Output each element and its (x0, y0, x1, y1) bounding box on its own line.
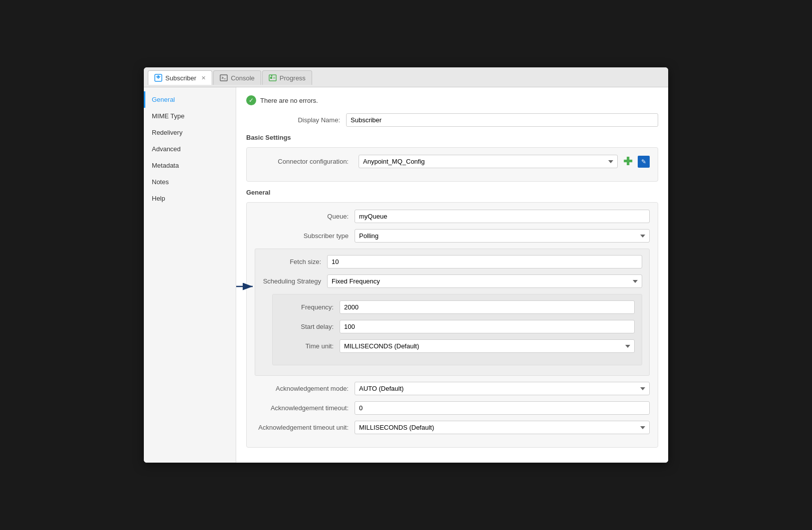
add-connector-button[interactable]: ✚ (622, 156, 634, 168)
display-name-label: Display Name: (246, 116, 346, 124)
arrow-annotation (236, 259, 260, 299)
sidebar-redelivery-label: Redelivery (152, 129, 182, 136)
status-bar: ✓ There are no errors. (246, 95, 658, 105)
time-unit-row: Time unit: MILLISECONDS (Default) SECOND… (280, 339, 635, 353)
time-unit-select[interactable]: MILLISECONDS (Default) SECONDS MINUTES (340, 339, 635, 353)
fetch-size-row: Fetch size: (262, 255, 642, 268)
sidebar-help-label: Help (152, 195, 165, 202)
subscriber-type-row: Subscriber type Polling Push (255, 229, 650, 243)
start-delay-label: Start delay: (280, 323, 340, 330)
sidebar-item-mime-type[interactable]: MIME Type (144, 108, 236, 124)
svg-point-7 (271, 75, 272, 77)
queue-input[interactable] (355, 210, 650, 223)
svg-rect-6 (273, 77, 275, 79)
sidebar: General MIME Type Redelivery Advanced Me… (144, 87, 236, 463)
main-content: General MIME Type Redelivery Advanced Me… (144, 87, 668, 463)
sidebar-advanced-label: Advanced (152, 145, 181, 153)
queue-row: Queue: (255, 210, 650, 223)
frequency-label: Frequency: (280, 303, 340, 311)
ack-mode-select[interactable]: AUTO (Default) MANUAL NONE (355, 382, 650, 395)
subscriber-type-label: Subscriber type (255, 232, 355, 240)
sidebar-item-notes[interactable]: Notes (144, 174, 236, 190)
tab-subscriber-close[interactable]: ✕ (201, 75, 206, 81)
display-name-row: Display Name: (246, 113, 658, 127)
general-section-title: General (246, 189, 658, 196)
app-window: Subscriber ✕ Console (144, 67, 668, 463)
sidebar-metadata-label: Metadata (152, 162, 179, 169)
frequency-row: Frequency: (280, 300, 635, 314)
status-message: There are no errors. (260, 97, 318, 104)
connector-config-row: Connector configuration: Anypoint_MQ_Con… (255, 155, 650, 168)
sidebar-notes-label: Notes (152, 178, 169, 186)
tab-console-label: Console (231, 74, 255, 82)
fetch-size-label: Fetch size: (262, 258, 327, 265)
sidebar-item-general[interactable]: General (144, 91, 236, 108)
svg-rect-5 (270, 77, 272, 79)
scheduling-strategy-select[interactable]: Fixed Frequency Cron (327, 274, 642, 288)
pencil-icon: ✎ (641, 158, 646, 165)
start-delay-row: Start delay: (280, 320, 635, 333)
form-area: ✓ There are no errors. Display Name: Bas… (236, 87, 668, 463)
connector-select-wrap: Anypoint_MQ_Config (359, 155, 618, 168)
ack-timeout-unit-row: Acknowledgement timeout unit: MILLISECON… (255, 421, 650, 434)
edit-connector-button[interactable]: ✎ (638, 156, 650, 168)
status-check-icon: ✓ (246, 95, 256, 105)
sidebar-item-advanced[interactable]: Advanced (144, 141, 236, 157)
scheduling-subsection: Fetch size: Scheduling Strategy Fixed Fr… (255, 249, 650, 376)
sidebar-item-redelivery[interactable]: Redelivery (144, 124, 236, 141)
time-unit-label: Time unit: (280, 342, 340, 350)
svg-point-1 (157, 75, 159, 77)
ack-mode-label: Acknowledgement mode: (255, 385, 355, 392)
queue-label: Queue: (255, 213, 355, 220)
sidebar-item-metadata[interactable]: Metadata (144, 157, 236, 174)
sidebar-item-help[interactable]: Help (144, 190, 236, 207)
subscriber-type-select[interactable]: Polling Push (355, 229, 650, 243)
console-tab-icon (220, 74, 228, 82)
tab-bar: Subscriber ✕ Console (144, 67, 668, 87)
ack-timeout-unit-label: Acknowledgement timeout unit: (255, 424, 355, 431)
tab-progress[interactable]: Progress (262, 70, 312, 85)
basic-settings-box: Connector configuration: Anypoint_MQ_Con… (246, 147, 658, 182)
frequency-subsection: Frequency: Start delay: Time unit: MILLI… (272, 294, 642, 365)
start-delay-input[interactable] (340, 320, 635, 333)
basic-settings-title: Basic Settings (246, 134, 658, 141)
tab-subscriber-label: Subscriber (165, 74, 196, 82)
display-name-input[interactable] (346, 113, 658, 127)
scheduling-strategy-label: Scheduling Strategy (262, 277, 327, 285)
ack-timeout-unit-select[interactable]: MILLISECONDS (Default) SECONDS MINUTES (355, 421, 650, 434)
connector-config-select[interactable]: Anypoint_MQ_Config (359, 155, 618, 168)
subscriber-tab-icon (154, 74, 162, 82)
plus-icon: ✚ (623, 156, 632, 167)
ack-timeout-row: Acknowledgement timeout: (255, 401, 650, 415)
progress-tab-icon (269, 74, 277, 82)
ack-timeout-input[interactable] (355, 401, 650, 415)
scheduling-strategy-row: Scheduling Strategy Fixed Frequency Cron (262, 274, 642, 288)
sidebar-mime-type-label: MIME Type (152, 112, 185, 120)
ack-mode-row: Acknowledgement mode: AUTO (Default) MAN… (255, 382, 650, 395)
ack-timeout-label: Acknowledgement timeout: (255, 404, 355, 412)
tab-progress-label: Progress (280, 74, 306, 82)
frequency-input[interactable] (340, 300, 635, 314)
general-section-box: Queue: Subscriber type Polling Push (246, 202, 658, 448)
sidebar-general-label: General (152, 96, 175, 103)
tab-console[interactable]: Console (213, 70, 261, 85)
tab-subscriber[interactable]: Subscriber ✕ (148, 70, 212, 85)
connector-config-label: Connector configuration: (255, 158, 355, 165)
fetch-size-input[interactable] (327, 255, 642, 268)
